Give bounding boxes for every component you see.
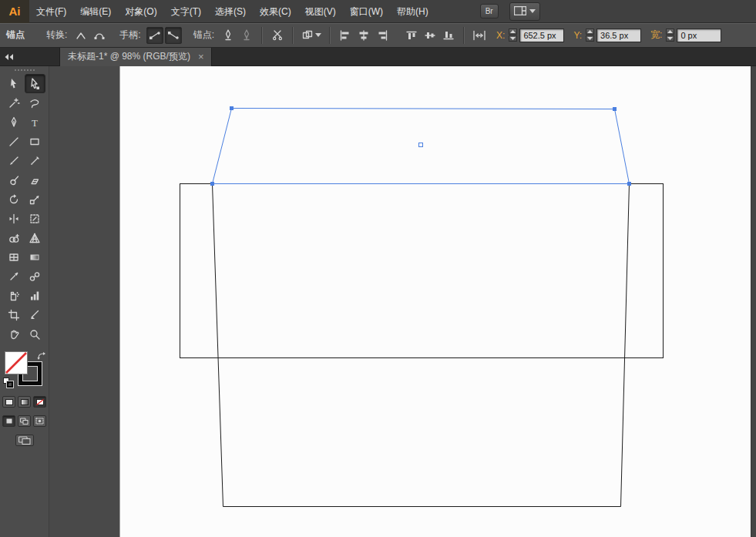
draw-normal-button[interactable] xyxy=(2,415,15,427)
scale-tool[interactable] xyxy=(25,190,45,209)
menu-select[interactable]: 选择(S) xyxy=(208,0,253,23)
hide-handles-button[interactable] xyxy=(165,27,182,44)
menu-object[interactable]: 对象(O) xyxy=(118,0,163,23)
pen-tool[interactable] xyxy=(4,112,25,132)
zoom-tool[interactable] xyxy=(25,324,45,344)
swap-fill-stroke-button[interactable] xyxy=(37,350,46,364)
close-tab-button[interactable]: × xyxy=(198,52,204,62)
menu-file[interactable]: 文件(F) xyxy=(29,0,73,23)
align-center-button[interactable] xyxy=(355,27,372,44)
direct-selection-arrow-icon xyxy=(29,78,41,90)
width-stepper[interactable] xyxy=(666,29,674,42)
panel-grip[interactable] xyxy=(15,69,35,71)
convert-to-smooth-button[interactable] xyxy=(91,27,108,44)
envelope-body-path[interactable] xyxy=(180,184,664,358)
align-top-button[interactable] xyxy=(403,27,420,44)
anchor-point-bottom-right[interactable] xyxy=(627,182,631,186)
distribute-spacing-button[interactable] xyxy=(471,27,488,44)
draw-inside-button[interactable] xyxy=(33,415,46,427)
smooth-point-icon xyxy=(93,30,106,41)
envelope-bottom-flap-path[interactable] xyxy=(213,184,630,507)
envelope-drawing xyxy=(120,66,756,537)
width-input[interactable] xyxy=(677,29,721,42)
rotate-tool[interactable] xyxy=(4,190,25,209)
pencil-tool[interactable] xyxy=(25,151,45,170)
add-anchor-button[interactable] xyxy=(238,27,255,44)
menu-type[interactable]: 文字(T) xyxy=(164,0,208,23)
free-transform-tool[interactable] xyxy=(25,209,45,228)
hand-tool[interactable] xyxy=(4,324,25,344)
y-stepper[interactable] xyxy=(586,29,594,42)
perspective-grid-tool[interactable] xyxy=(25,228,45,247)
magic-wand-tool[interactable] xyxy=(4,93,25,112)
shape-builder-tool[interactable] xyxy=(4,228,25,247)
collapse-dock-button[interactable] xyxy=(4,53,15,61)
lasso-tool[interactable] xyxy=(25,93,45,112)
blend-tool[interactable] xyxy=(25,267,45,286)
chevron-down-icon xyxy=(529,9,536,13)
artboard-canvas[interactable] xyxy=(119,66,756,537)
menu-view[interactable]: 视图(V) xyxy=(298,0,343,23)
y-step-down[interactable] xyxy=(586,35,594,42)
show-handles-icon xyxy=(149,31,161,40)
object-center-marker[interactable] xyxy=(419,143,423,147)
remove-anchor-button[interactable] xyxy=(220,27,237,44)
y-input[interactable] xyxy=(596,29,641,42)
width-tool[interactable] xyxy=(4,209,25,228)
paintbrush-tool[interactable] xyxy=(4,151,25,170)
lasso-icon xyxy=(29,97,41,109)
blob-brush-icon xyxy=(8,174,20,186)
anchor-point-top-left[interactable] xyxy=(230,106,234,110)
gradient-tool[interactable] xyxy=(25,247,45,267)
corner-point-icon xyxy=(75,30,87,41)
anchor-point-bottom-left[interactable] xyxy=(210,182,214,186)
menu-edit[interactable]: 编辑(E) xyxy=(73,0,118,23)
x-step-down[interactable] xyxy=(509,35,517,42)
y-step-up[interactable] xyxy=(586,29,594,35)
blob-brush-tool[interactable] xyxy=(4,170,25,190)
type-tool[interactable]: T xyxy=(25,112,45,132)
gradient-button[interactable] xyxy=(18,396,31,408)
go-to-bridge-button[interactable]: Br xyxy=(480,4,499,18)
align-right-button[interactable] xyxy=(374,27,391,44)
draw-behind-button[interactable] xyxy=(18,415,31,427)
artboard-tool[interactable] xyxy=(4,305,25,324)
screen-mode-button[interactable] xyxy=(15,435,34,446)
align-vcenter-button[interactable] xyxy=(422,27,438,44)
color-button[interactable] xyxy=(2,396,15,408)
selection-tool[interactable] xyxy=(4,74,25,93)
width-step-down[interactable] xyxy=(666,35,674,42)
cut-path-button[interactable] xyxy=(269,27,286,44)
menu-help[interactable]: 帮助(H) xyxy=(390,0,435,23)
convert-to-corner-button[interactable] xyxy=(72,27,89,44)
align-bottom-icon xyxy=(442,30,455,41)
none-button[interactable] xyxy=(33,396,46,408)
show-handles-button[interactable] xyxy=(146,27,163,44)
menu-window[interactable]: 窗口(W) xyxy=(343,0,390,23)
default-colors-button[interactable] xyxy=(3,378,14,388)
document-tab[interactable]: 未标题-1* @ 98% (RGB/预览) × xyxy=(59,48,212,66)
anchor-point-top-right[interactable] xyxy=(613,107,617,111)
align-objects-icon xyxy=(302,30,313,40)
slice-tool[interactable] xyxy=(25,305,45,324)
eyedropper-tool[interactable] xyxy=(4,267,25,286)
eraser-tool[interactable] xyxy=(25,170,45,190)
x-stepper[interactable] xyxy=(509,29,517,42)
workspace-switcher-button[interactable] xyxy=(509,2,540,21)
mesh-tool[interactable] xyxy=(4,247,25,267)
column-graph-tool[interactable] xyxy=(25,286,45,305)
envelope-top-flap-path-selected[interactable] xyxy=(213,109,630,184)
align-bottom-button[interactable] xyxy=(440,27,457,44)
x-step-up[interactable] xyxy=(509,29,517,35)
menu-effect[interactable]: 效果(C) xyxy=(253,0,298,23)
x-input[interactable] xyxy=(519,29,564,42)
line-segment-tool[interactable] xyxy=(4,132,25,151)
illustrator-logo: Ai xyxy=(0,0,29,23)
align-left-button[interactable] xyxy=(337,27,354,44)
rectangle-tool[interactable] xyxy=(25,132,45,151)
direct-selection-tool[interactable] xyxy=(25,74,45,93)
align-options-dropdown[interactable] xyxy=(300,27,323,44)
symbol-sprayer-tool[interactable] xyxy=(4,286,25,305)
width-step-up[interactable] xyxy=(666,29,674,35)
fill-color-swatch[interactable] xyxy=(5,351,28,374)
